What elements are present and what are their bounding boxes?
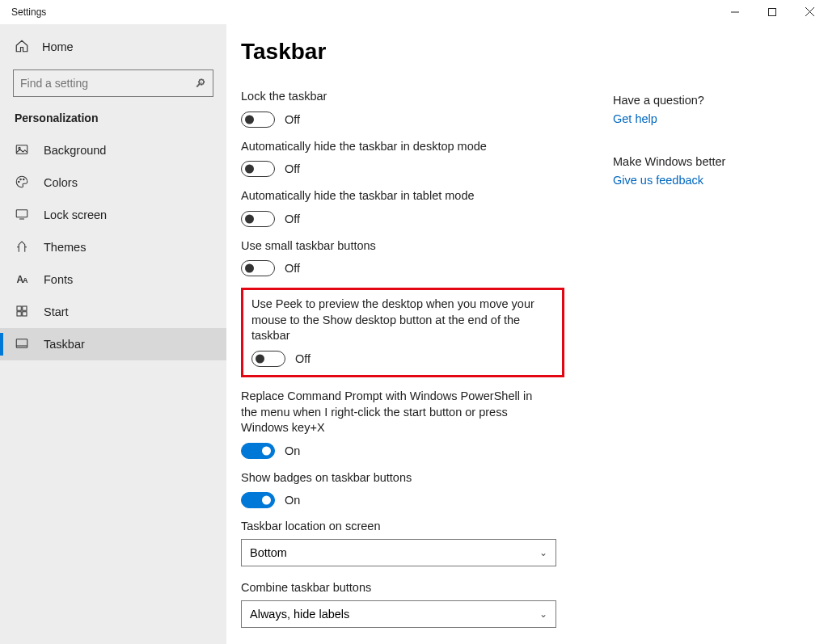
sidebar-item-label: Colors	[44, 176, 78, 189]
setting-label: Show badges on taskbar buttons	[241, 470, 548, 486]
sidebar-item-label: Background	[44, 144, 106, 157]
select-value: Always, hide labels	[250, 608, 349, 621]
select-combine-buttons[interactable]: Always, hide labels ⌄	[241, 600, 556, 628]
select-value: Bottom	[250, 546, 287, 559]
setting-lock-taskbar: Lock the taskbar Off	[241, 89, 564, 128]
highlight-peek: Use Peek to preview the desktop when you…	[241, 288, 564, 377]
svg-point-6	[19, 181, 20, 183]
select-taskbar-location[interactable]: Bottom ⌄	[241, 539, 556, 566]
search-input[interactable]	[20, 77, 195, 90]
sidebar-item-label: Start	[44, 305, 69, 318]
start-icon	[15, 304, 29, 321]
home-icon	[15, 39, 29, 56]
setting-label: Taskbar location on screen	[241, 520, 564, 532]
search-box[interactable]: 🔍︎	[13, 69, 213, 97]
sidebar-item-themes[interactable]: Themes	[0, 231, 226, 263]
minimize-button[interactable]	[716, 0, 754, 24]
setting-label: Automatically hide the taskbar in deskto…	[241, 139, 548, 155]
sidebar-item-label: Fonts	[44, 273, 73, 286]
toggle-state: Off	[285, 113, 300, 126]
taskbar-icon	[15, 336, 29, 353]
svg-rect-4	[16, 145, 27, 154]
toggle-state: Off	[285, 213, 300, 225]
page-title: Taskbar	[241, 39, 796, 65]
sidebar-item-label: Lock screen	[44, 208, 107, 221]
title-bar: Settings	[0, 0, 828, 24]
svg-rect-1	[769, 8, 776, 15]
toggle-badges[interactable]	[241, 492, 275, 508]
setting-badges: Show badges on taskbar buttons On	[241, 470, 564, 509]
sidebar-item-lock-screen[interactable]: Lock screen	[0, 199, 226, 231]
svg-point-5	[19, 147, 20, 149]
lock-screen-icon	[15, 207, 29, 224]
setting-label: Use small taskbar buttons	[241, 238, 548, 255]
svg-rect-15	[16, 339, 27, 347]
toggle-state: Off	[285, 162, 300, 175]
sidebar-item-background[interactable]: Background	[0, 134, 226, 166]
sidebar-item-colors[interactable]: Colors	[0, 166, 226, 199]
sidebar: Home 🔍︎ Personalization Background Color…	[0, 24, 226, 644]
maximize-button[interactable]	[754, 0, 791, 24]
toggle-state: Off	[285, 262, 300, 275]
svg-point-8	[23, 179, 25, 180]
setting-location: Taskbar location on screen Bottom ⌄	[241, 520, 564, 566]
close-button[interactable]	[791, 0, 828, 24]
setting-label: Use Peek to preview the desktop when you…	[251, 297, 554, 344]
right-panel: Have a question? Get help Make Windows b…	[613, 89, 791, 644]
svg-rect-14	[23, 311, 27, 315]
sidebar-item-label: Taskbar	[44, 338, 85, 351]
setting-autohide-tablet: Automatically hide the taskbar in tablet…	[241, 188, 564, 227]
window-controls	[716, 0, 828, 24]
svg-rect-12	[23, 306, 27, 310]
get-help-link[interactable]: Get help	[613, 112, 657, 125]
setting-combine: Combine taskbar buttons Always, hide lab…	[241, 581, 564, 628]
search-icon: 🔍︎	[195, 77, 206, 90]
better-heading: Make Windows better	[613, 155, 791, 168]
question-heading: Have a question?	[613, 94, 791, 107]
svg-rect-11	[17, 306, 21, 310]
toggle-autohide-tablet[interactable]	[241, 211, 275, 227]
sidebar-item-fonts[interactable]: AA Fonts	[0, 263, 226, 296]
chevron-down-icon: ⌄	[539, 547, 547, 558]
setting-label: Combine taskbar buttons	[241, 581, 564, 594]
sidebar-item-label: Themes	[44, 241, 86, 254]
sidebar-item-start[interactable]: Start	[0, 296, 226, 328]
toggle-autohide-desktop[interactable]	[241, 161, 275, 177]
setting-peek: Use Peek to preview the desktop when you…	[251, 297, 554, 367]
svg-rect-13	[17, 311, 21, 315]
section-title: Personalization	[0, 107, 226, 134]
home-nav[interactable]: Home	[0, 31, 226, 63]
setting-autohide-desktop: Automatically hide the taskbar in deskto…	[241, 139, 564, 178]
image-icon	[15, 142, 29, 159]
home-label: Home	[42, 40, 74, 53]
window-title: Settings	[0, 6, 716, 18]
toggle-lock-taskbar[interactable]	[241, 112, 275, 128]
setting-label: Lock the taskbar	[241, 89, 548, 105]
toggle-peek[interactable]	[251, 351, 285, 367]
setting-powershell: Replace Command Prompt with Windows Powe…	[241, 389, 564, 459]
main-content: Taskbar Lock the taskbar Off Automatical…	[226, 24, 828, 644]
setting-label: Automatically hide the taskbar in tablet…	[241, 188, 548, 204]
toggle-powershell[interactable]	[241, 443, 275, 459]
chevron-down-icon: ⌄	[539, 608, 547, 620]
themes-icon	[15, 239, 29, 256]
setting-label: Replace Command Prompt with Windows Powe…	[241, 389, 548, 436]
svg-point-7	[20, 179, 22, 180]
toggle-state: On	[285, 444, 300, 457]
sidebar-item-taskbar[interactable]: Taskbar	[0, 328, 226, 360]
toggle-state: On	[285, 494, 300, 507]
svg-rect-9	[16, 209, 27, 217]
feedback-link[interactable]: Give us feedback	[613, 174, 703, 187]
setting-small-buttons: Use small taskbar buttons Off	[241, 238, 564, 277]
toggle-state: Off	[295, 352, 310, 365]
fonts-icon: AA	[15, 274, 29, 285]
toggle-small-buttons[interactable]	[241, 260, 275, 276]
palette-icon	[15, 175, 29, 192]
